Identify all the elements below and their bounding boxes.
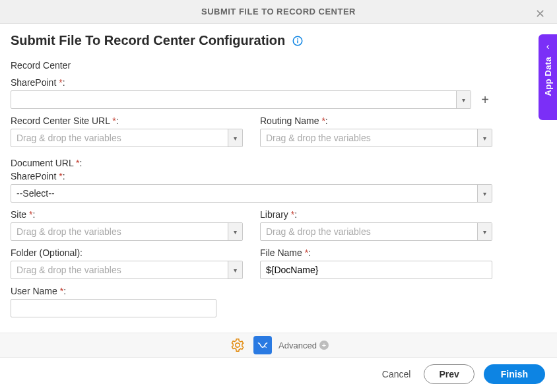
chevron-down-icon: ▾: [228, 223, 242, 240]
chevron-down-icon: ▾: [477, 223, 492, 240]
dialog-title: SUBMIT FILE TO RECORD CENTER: [201, 7, 356, 16]
sharepoint2-label: SharePoint *:: [11, 171, 492, 181]
username-input[interactable]: [11, 299, 216, 317]
sharepoint2-select-text: --Select--: [11, 188, 477, 199]
advanced-toggle[interactable]: Advanced +: [278, 341, 329, 350]
svg-point-1: [297, 38, 298, 40]
routing-name-select[interactable]: Drag & drop the variables ▾: [260, 129, 492, 147]
info-icon[interactable]: [292, 35, 304, 47]
folder-select[interactable]: Drag & drop the variables ▾: [11, 261, 243, 279]
flow-icon: [256, 339, 269, 352]
prev-button[interactable]: Prev: [424, 364, 474, 384]
routing-name-label: Routing Name *:: [260, 115, 492, 126]
folder-label: Folder (Optional):: [11, 247, 243, 258]
site-label: Site *:: [11, 209, 243, 220]
settings-button[interactable]: [228, 336, 247, 354]
flow-button[interactable]: [253, 336, 272, 354]
chevron-down-icon: ▾: [456, 91, 471, 108]
page-title: Submit File To Record Center Configurati…: [11, 33, 285, 48]
app-data-tab[interactable]: ‹ App Data: [539, 34, 557, 120]
sharepoint-label: SharePoint *:: [11, 77, 492, 88]
library-label: Library *:: [260, 209, 492, 220]
chevron-down-icon: ▾: [477, 129, 492, 147]
site-select[interactable]: Drag & drop the variables ▾: [11, 222, 243, 241]
library-select[interactable]: Drag & drop the variables ▾: [260, 222, 492, 241]
record-center-section-label: Record Center: [11, 60, 492, 71]
record-center-site-url-select[interactable]: Drag & drop the variables ▾: [11, 129, 243, 147]
cancel-button[interactable]: Cancel: [378, 365, 415, 383]
site-select-text: Drag & drop the variables: [11, 226, 228, 237]
app-data-label: App Data: [543, 57, 553, 96]
record-center-site-url-text: Drag & drop the variables: [11, 133, 228, 143]
finish-button[interactable]: Finish: [484, 364, 545, 384]
sharepoint2-select[interactable]: --Select-- ▾: [11, 184, 492, 203]
chevron-left-icon: ‹: [546, 41, 550, 51]
sharepoint-select[interactable]: ▾: [11, 90, 471, 109]
plus-circle-icon: +: [319, 341, 329, 350]
routing-name-text: Drag & drop the variables: [261, 133, 477, 143]
document-url-label: Document URL *:: [11, 158, 492, 168]
dialog-content: Submit File To Record Center Configurati…: [0, 24, 557, 321]
dialog-header: SUBMIT FILE TO RECORD CENTER ✕: [0, 0, 557, 24]
library-select-text: Drag & drop the variables: [261, 226, 477, 237]
filename-label: File Name *:: [260, 247, 492, 258]
svg-rect-2: [298, 40, 299, 43]
toolbar: Advanced +: [0, 333, 557, 358]
filename-input[interactable]: [260, 261, 492, 279]
add-sharepoint-icon[interactable]: +: [478, 92, 492, 108]
chevron-down-icon: ▾: [228, 261, 242, 278]
action-bar: Cancel Prev Finish: [0, 360, 557, 388]
folder-select-text: Drag & drop the variables: [11, 265, 228, 275]
username-label: User Name *:: [11, 286, 492, 296]
chevron-down-icon: ▾: [228, 129, 242, 147]
record-center-site-url-label: Record Center Site URL *:: [11, 115, 243, 126]
chevron-down-icon: ▾: [477, 185, 492, 202]
gear-icon: [230, 338, 245, 352]
close-icon[interactable]: ✕: [531, 5, 549, 22]
